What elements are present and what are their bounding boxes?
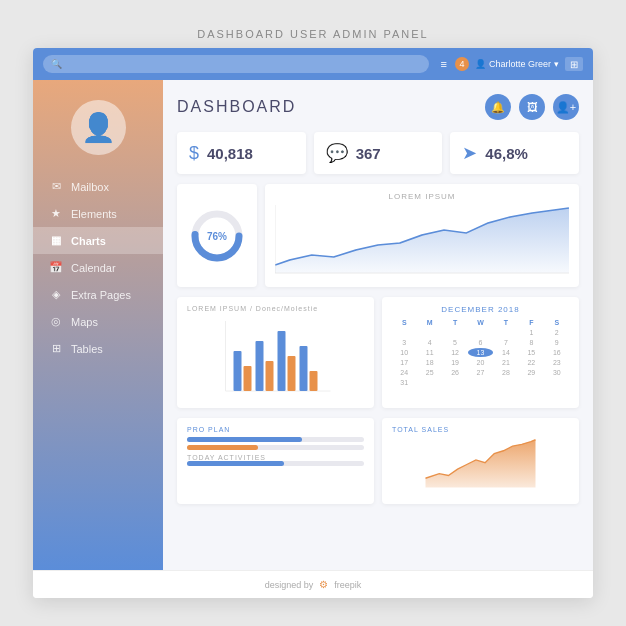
cal-day[interactable] [468, 328, 492, 337]
cal-day[interactable]: 9 [545, 338, 569, 347]
star-icon: ★ [49, 207, 63, 220]
cal-day[interactable]: 11 [417, 348, 441, 357]
topbar: 🔍 ≡ 4 👤 Charlotte Greer ▾ ⊞ [33, 48, 593, 80]
calendar-title: DECEMBER 2018 [392, 305, 569, 314]
cal-day[interactable] [392, 328, 416, 337]
cal-header: M [417, 318, 441, 327]
content-header: DASHBOARD 🔔 🖼 👤+ [177, 94, 579, 120]
avatar-icon: 👤 [81, 111, 116, 144]
cal-day[interactable]: 16 [545, 348, 569, 357]
stat-card-revenue: $ 40,818 [177, 132, 306, 174]
calendar-card: DECEMBER 2018 S M T W T F S [382, 297, 579, 408]
cal-day[interactable] [494, 328, 518, 337]
sidebar-item-label: Mailbox [71, 181, 109, 193]
progress-bar-fill-3 [187, 461, 284, 466]
cal-day[interactable]: 8 [519, 338, 543, 347]
stat-card-messages: 💬 367 [314, 132, 443, 174]
stat-value-rate: 46,8% [485, 145, 528, 162]
search-bar[interactable]: 🔍 [43, 55, 429, 73]
cal-day-today[interactable]: 13 [468, 348, 492, 357]
cal-day[interactable]: 18 [417, 358, 441, 367]
menu-icon[interactable]: ≡ [441, 58, 447, 70]
progress-row: PRO PLAN TODAY ACTIVITIES TOTAL [177, 418, 579, 504]
cal-day[interactable]: 27 [468, 368, 492, 377]
cal-day[interactable]: 3 [392, 338, 416, 347]
avatar: 👤 [71, 100, 126, 155]
svg-rect-11 [278, 331, 286, 391]
progress-bar-bg-1 [187, 437, 364, 442]
progress-bar-bg-2 [187, 445, 364, 450]
cal-day[interactable]: 15 [519, 348, 543, 357]
cal-day[interactable]: 2 [545, 328, 569, 337]
sidebar-item-mailbox[interactable]: ✉ Mailbox [33, 173, 163, 200]
svg-rect-14 [310, 371, 318, 391]
cal-header: T [494, 318, 518, 327]
chevron-down-icon: ▾ [554, 59, 559, 69]
calendar-grid: S M T W T F S 1 [392, 318, 569, 387]
line-chart-svg [275, 205, 569, 275]
sidebar-item-extra-pages[interactable]: ◈ Extra Pages [33, 281, 163, 308]
cal-day[interactable]: 24 [392, 368, 416, 377]
stat-card-rate: ➤ 46,8% [450, 132, 579, 174]
cal-day[interactable]: 19 [443, 358, 467, 367]
cal-day[interactable]: 4 [417, 338, 441, 347]
sidebar-item-maps[interactable]: ◎ Maps [33, 308, 163, 335]
cal-day[interactable]: 5 [443, 338, 467, 347]
cal-day[interactable]: 30 [545, 368, 569, 377]
bell-icon[interactable]: 🔔 [485, 94, 511, 120]
footer-brand: freepik [334, 580, 361, 590]
stat-value-revenue: 40,818 [207, 145, 253, 162]
search-icon: 🔍 [51, 59, 62, 69]
add-user-icon[interactable]: 👤+ [553, 94, 579, 120]
panel-footer: designed by ⚙ freepik [33, 570, 593, 598]
cal-day[interactable] [417, 328, 441, 337]
cal-day[interactable]: 14 [494, 348, 518, 357]
sidebar-item-elements[interactable]: ★ Elements [33, 200, 163, 227]
progress-bar-fill-1 [187, 437, 302, 442]
lower-row: LOREM IPSUM / Donec/Molestie [177, 297, 579, 408]
chart-icon: ▦ [49, 234, 63, 247]
chat-icon: 💬 [326, 142, 348, 164]
sidebar-item-calendar[interactable]: 📅 Calendar [33, 254, 163, 281]
content-title: DASHBOARD [177, 98, 296, 116]
image-icon[interactable]: 🖼 [519, 94, 545, 120]
stats-row: $ 40,818 💬 367 ➤ 46,8% [177, 132, 579, 174]
cal-day[interactable]: 20 [468, 358, 492, 367]
cal-day[interactable] [443, 328, 467, 337]
svg-rect-8 [244, 366, 252, 391]
cal-day[interactable]: 29 [519, 368, 543, 377]
content-area: DASHBOARD 🔔 🖼 👤+ $ 40,818 💬 3 [163, 80, 593, 570]
cal-day[interactable]: 7 [494, 338, 518, 347]
cal-day[interactable]: 31 [392, 378, 416, 387]
cal-day[interactable]: 6 [468, 338, 492, 347]
bar-chart-svg [187, 316, 364, 396]
notification-badge[interactable]: 4 [455, 57, 469, 71]
cal-day[interactable]: 17 [392, 358, 416, 367]
sidebar-item-charts[interactable]: ▦ Charts [33, 227, 163, 254]
line-chart-label: LOREM IPSUM [275, 192, 569, 201]
sidebar-item-label: Calendar [71, 262, 116, 274]
cal-day[interactable]: 1 [519, 328, 543, 337]
cal-day[interactable]: 23 [545, 358, 569, 367]
sidebar-item-tables[interactable]: ⊞ Tables [33, 335, 163, 362]
sidebar-item-label: Maps [71, 316, 98, 328]
charts-row: 76% LOREM IPSUM [177, 184, 579, 287]
calendar-icon: 📅 [49, 261, 63, 274]
user-name: Charlotte Greer [489, 59, 551, 69]
cal-day[interactable]: 12 [443, 348, 467, 357]
cal-header: F [519, 318, 543, 327]
cal-day[interactable]: 28 [494, 368, 518, 377]
progress-bar-fill-2 [187, 445, 258, 450]
cal-day[interactable]: 26 [443, 368, 467, 377]
topbar-user: 👤 Charlotte Greer ▾ [475, 59, 559, 69]
pro-plan-label: PRO PLAN [187, 426, 364, 433]
cal-day[interactable]: 25 [417, 368, 441, 377]
progress-bar-bg-3 [187, 461, 364, 466]
topbar-action-icon[interactable]: ⊞ [565, 57, 583, 71]
cal-day[interactable]: 22 [519, 358, 543, 367]
cal-day[interactable]: 21 [494, 358, 518, 367]
today-activities-label: TODAY ACTIVITIES [187, 454, 364, 461]
cal-day[interactable]: 10 [392, 348, 416, 357]
donut-svg: 76% [187, 206, 247, 266]
cal-header: S [545, 318, 569, 327]
